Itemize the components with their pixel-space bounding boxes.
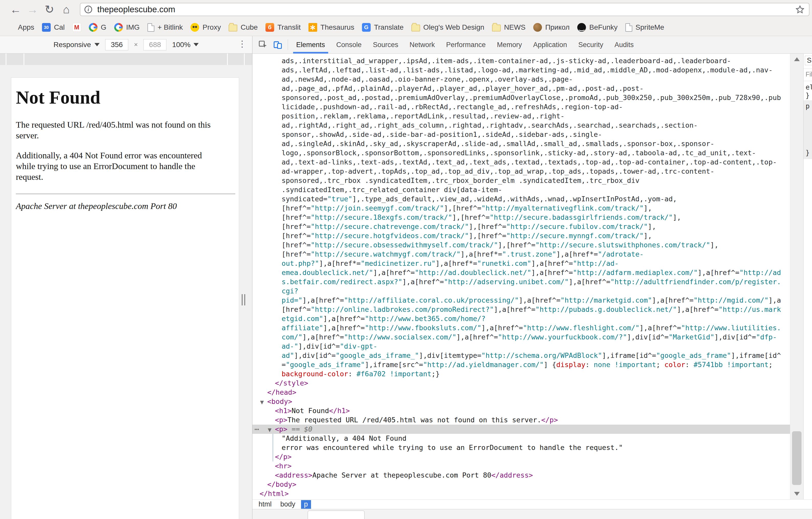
- dom-tree-line[interactable]: </p>: [253, 452, 790, 461]
- dom-tree-line[interactable]: </html>: [253, 489, 790, 498]
- expand-triangle-icon[interactable]: ▼: [268, 425, 275, 434]
- dom-tree-line[interactable]: [href^="http://secure.obsessedwithmyself…: [253, 240, 790, 250]
- tab-application[interactable]: Application: [528, 36, 573, 54]
- bookmark-item[interactable]: бTranslit: [262, 23, 304, 32]
- reload-button[interactable]: ↻: [41, 1, 58, 18]
- page-info-icon[interactable]: i: [85, 6, 92, 13]
- bookmark-item[interactable]: ∗Thesaurus: [304, 23, 358, 32]
- bookmark-item[interactable]: ‿BeFunky: [573, 23, 621, 32]
- tab-elements[interactable]: Elements: [291, 36, 331, 54]
- bookmark-item[interactable]: Cube: [225, 23, 262, 31]
- dom-tree-line[interactable]: sponsored,.trc_rbox .syndicatedItem,.trc…: [253, 176, 790, 185]
- dom-tree-line[interactable]: ad-"],div[id^="div-gpt-: [253, 342, 790, 351]
- dom-tree-line[interactable]: "Additionally, a 404 Not Found: [253, 434, 790, 443]
- dom-tree-line[interactable]: [href^="http://join.seemygf.com/track/"]…: [253, 204, 790, 213]
- dom-tree-line[interactable]: out.php?"],a[href*="medicinetizer.ru"],a…: [253, 259, 790, 268]
- panel-resize-handle[interactable]: [242, 294, 247, 305]
- dom-tree-line[interactable]: s.betfair.com/redirect.aspx?"],a[href^="…: [253, 277, 790, 286]
- bookmark-item[interactable]: Proxy: [186, 23, 225, 32]
- dom-tree-line[interactable]: [href^="http://secure.hotgfvideos.com/tr…: [253, 231, 790, 240]
- dom-tree-line[interactable]: ad,.rightAd,.right_ad,.right_ads_column,…: [253, 121, 790, 130]
- bookmark-item[interactable]: NEWS: [488, 23, 529, 31]
- dom-tree-line[interactable]: pid="],a[href^="http://affiliate.coral.c…: [253, 296, 790, 305]
- styles-filter[interactable]: Fil: [806, 70, 812, 78]
- url-bar[interactable]: i thepeoplescube.com: [80, 3, 809, 16]
- bookmark-item[interactable]: IMG: [110, 23, 144, 32]
- scrollbar-thumb[interactable]: [792, 431, 802, 485]
- dom-tree-line[interactable]: ="google_ads_iframe"],iframe[src^="http:…: [253, 360, 790, 369]
- bookmark-item[interactable]: G: [85, 23, 110, 32]
- dom-tree-line[interactable]: ▼<body>: [253, 397, 790, 406]
- inspect-element-icon[interactable]: [256, 38, 270, 52]
- scrollbar[interactable]: [790, 54, 803, 499]
- home-button[interactable]: ⌂: [58, 1, 75, 18]
- tab-sources[interactable]: Sources: [367, 36, 404, 54]
- dom-tree-line[interactable]: ad,.text-ad-links,.text-ads,.textAd,.tex…: [253, 158, 790, 167]
- dom-tree-line[interactable]: licidade,.pushdown-ad,.rail-ad,.rbRectAd…: [253, 102, 790, 112]
- bookmark-item[interactable]: Apps: [3, 23, 38, 31]
- dom-tree-line[interactable]: [href^="http://secure.18exgfs.com/track/…: [253, 213, 790, 222]
- tab-network[interactable]: Network: [404, 36, 440, 54]
- tab-security[interactable]: Security: [573, 36, 609, 54]
- dom-tree-line[interactable]: position,.reklam,.reklama,.reportAdLink,…: [253, 112, 790, 121]
- url-text[interactable]: thepeoplescube.com: [97, 5, 795, 14]
- dom-tree-line[interactable]: <address>Apache Server at thepeoplescube…: [253, 471, 790, 480]
- tab-console[interactable]: Console: [331, 36, 367, 54]
- dom-tree-line[interactable]: [href^="http://secure.chatrevenge.com/tr…: [253, 222, 790, 231]
- dom-tree-line[interactable]: ad-wrapper,.top-advert,.topAds,.top_ad,.…: [253, 167, 790, 176]
- bookmark-item[interactable]: Oleg's Web Design: [408, 23, 488, 31]
- dom-tree-line[interactable]: .syndicatedItem,.trc_related_container d…: [253, 185, 790, 194]
- dom-tree-line[interactable]: background-color: #f6a702 !important;}: [253, 369, 790, 378]
- dom-tree-line[interactable]: ad,.page_ad,.pfAd,.plainAd,.playerAd,.pl…: [253, 84, 790, 93]
- tab-performance[interactable]: Performance: [440, 36, 492, 54]
- tab-styles[interactable]: S: [805, 56, 812, 65]
- scroll-up-icon[interactable]: [794, 57, 800, 61]
- bookmark-item[interactable]: SpriteMe: [621, 23, 668, 32]
- dom-tree-line[interactable]: sponsored,.post_ad,.postad,.premiumAdOve…: [253, 93, 790, 102]
- dom-tree-line[interactable]: ads,.leftAd,.leftad,.list-ad,.list-ads,.…: [253, 65, 790, 75]
- tab-memory[interactable]: Memory: [491, 36, 528, 54]
- rendered-page[interactable]: Not Found The requested URL /red/405.htm…: [11, 78, 239, 519]
- breadcrumb-body[interactable]: body: [277, 500, 298, 509]
- dom-tree-line[interactable]: sponsor,.showAd,.side-ad,.side-bar-ad-po…: [253, 130, 790, 139]
- back-button[interactable]: ←: [7, 1, 24, 18]
- dom-tree-line[interactable]: <h1>Not Found</h1>: [253, 406, 790, 416]
- dom-tree-line[interactable]: ads,.interstitial_ad_wrapper,.ipsAd,.ite…: [253, 56, 790, 65]
- device-toolbar-toggle-icon[interactable]: [270, 38, 285, 52]
- breadcrumb-p[interactable]: p: [301, 500, 311, 509]
- dom-tree-line[interactable]: </head>: [253, 388, 790, 397]
- dom-tree-line[interactable]: ad"],div[id^="google_ads_iframe_"],div[i…: [253, 351, 790, 360]
- overflow-dots-icon[interactable]: ⋯: [255, 425, 259, 434]
- dom-tree-line[interactable]: cgi?: [253, 286, 790, 296]
- bookmark-item[interactable]: + Bitlink: [144, 23, 187, 32]
- dom-tree-line[interactable]: etgid.com"],a[href^="http://www.bet365.c…: [253, 314, 790, 323]
- dom-tree-line[interactable]: logo,.sponsorBlock,.sponsorBottom,.spons…: [253, 148, 790, 158]
- device-height-input[interactable]: 688: [143, 39, 166, 51]
- dom-tree-line[interactable]: ad,.singleAd,.skinAd,.sky_ad,.skyscraper…: [253, 139, 790, 148]
- dom-tree-line[interactable]: </style>: [253, 378, 790, 388]
- dom-tree-line[interactable]: emea.doubleclick.net/"],a[href^="http://…: [253, 268, 790, 277]
- dom-tree-line[interactable]: [href^="http://secure.watchmygf.com/trac…: [253, 250, 790, 259]
- bookmark-item[interactable]: GTranslate: [358, 23, 408, 32]
- dom-tree-line[interactable]: error was encountered while trying to us…: [253, 443, 790, 452]
- dom-tree-line[interactable]: </body>: [253, 480, 790, 489]
- tab-audits[interactable]: Audits: [609, 36, 639, 54]
- device-toolbar-menu-icon[interactable]: ⋮: [238, 39, 246, 49]
- bookmark-item[interactable]: Прикол: [529, 23, 573, 32]
- bookmark-item[interactable]: 30Cal: [38, 23, 68, 32]
- bookmark-item[interactable]: M: [68, 23, 85, 32]
- device-width-input[interactable]: 356: [105, 39, 128, 51]
- dom-tree-line[interactable]: ⋯▼<p> == $0: [253, 425, 790, 434]
- scroll-down-icon[interactable]: [794, 492, 800, 496]
- dom-tree-line[interactable]: syndicated="true"],.type_ads_default,.vi…: [253, 194, 790, 204]
- dom-tree-line[interactable]: ad,.newsAd,.node-ad,.oasad,.oio-banner-z…: [253, 75, 790, 84]
- styles-sidebar-sliver[interactable]: S Fil el } p }: [803, 54, 812, 499]
- dom-tree-line[interactable]: <hr>: [253, 461, 790, 471]
- device-mode-select[interactable]: Responsive: [54, 41, 99, 49]
- dom-tree-line[interactable]: <p>The requested URL /red/405.html was n…: [253, 416, 790, 425]
- device-zoom-select[interactable]: 100%: [172, 41, 199, 49]
- dom-tree-line[interactable]: affiliate"],a[href^="http://www.fbookslu…: [253, 323, 790, 333]
- breadcrumb-html[interactable]: html: [256, 500, 275, 509]
- forward-button[interactable]: →: [24, 1, 41, 18]
- dom-tree-line[interactable]: com/"],a[href^="http://www.socialsex.com…: [253, 333, 790, 342]
